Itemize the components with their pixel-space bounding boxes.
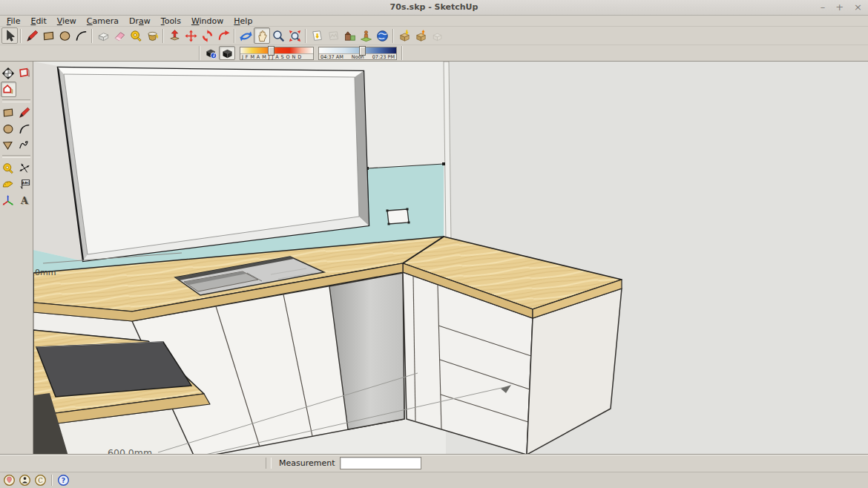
shadow-settings-icon <box>204 46 218 60</box>
photo-textures-button[interactable] <box>341 27 358 44</box>
3d-text-button[interactable] <box>17 193 33 208</box>
google-earth-button[interactable] <box>374 27 390 44</box>
toggle-shadows-button[interactable] <box>219 46 235 60</box>
compass-tool-button[interactable] <box>1 65 16 81</box>
section-cut-button[interactable] <box>1 82 16 97</box>
title-bar[interactable]: 70s.skp - SketchUp – + × <box>0 0 868 16</box>
arc-tool-button[interactable] <box>17 121 33 136</box>
share-component-button[interactable] <box>429 27 445 44</box>
add-location-button[interactable] <box>309 27 325 44</box>
help-button[interactable] <box>56 473 70 487</box>
geolocation-status-button[interactable] <box>2 473 16 487</box>
maximize-button[interactable]: + <box>835 0 844 15</box>
menu-item-help[interactable]: Help <box>228 16 257 26</box>
toolbar-separator <box>162 29 164 43</box>
zoom-extents-icon <box>288 29 302 43</box>
share-model-button[interactable] <box>412 27 429 44</box>
select-tool-button[interactable] <box>1 27 18 44</box>
menu-item-camera[interactable]: Camera <box>82 16 124 26</box>
menu-item-tools[interactable]: Tools <box>156 16 186 26</box>
orbit-icon <box>239 29 253 43</box>
statusbar-grip[interactable] <box>266 458 272 469</box>
toolbar-separator <box>392 29 394 43</box>
component-box-icon <box>96 29 111 43</box>
date-gradient <box>240 47 313 54</box>
menu-item-edit[interactable]: Edit <box>25 16 51 26</box>
download-model-button[interactable] <box>396 27 412 44</box>
text-tool-button[interactable] <box>17 177 33 192</box>
shadow-date-slider[interactable]: J F M A M J J A S O N D <box>240 47 314 60</box>
rectangle-tool-button[interactable] <box>40 27 56 44</box>
kitchen-model-scene: 0mm 600.0mm <box>33 62 868 454</box>
make-component-button[interactable] <box>95 27 111 44</box>
axes-icon <box>1 194 15 208</box>
empty-slot <box>17 82 33 97</box>
freehand-tool-button[interactable] <box>17 137 33 153</box>
toolbar-separator <box>91 29 93 43</box>
polygon-tool-button[interactable] <box>1 137 16 153</box>
palette-separator <box>2 99 30 102</box>
rectangle-icon <box>1 106 15 119</box>
zoom-tool-button[interactable] <box>270 27 286 44</box>
arc-icon <box>74 29 88 43</box>
get-models-button[interactable] <box>358 27 374 44</box>
paint-bucket-button[interactable] <box>144 27 160 44</box>
menu-item-view[interactable]: View <box>52 16 82 26</box>
tape-measure-icon <box>1 162 15 175</box>
minimize-button[interactable]: – <box>821 0 826 15</box>
time-slider-thumb[interactable] <box>359 46 366 56</box>
circle-tool-button[interactable] <box>1 121 16 136</box>
building-photo-icon <box>343 29 357 43</box>
window <box>58 67 369 261</box>
rectangle-icon <box>42 29 56 43</box>
dimension-icon <box>18 162 31 175</box>
dimension-label-bottom: 600.0mm <box>108 447 152 454</box>
menu-item-file[interactable]: File <box>1 16 25 26</box>
zoom-extents-button[interactable] <box>286 27 303 44</box>
help-icon <box>57 474 70 487</box>
menu-item-draw[interactable]: Draw <box>124 16 156 26</box>
menubar: FileEditViewCameraDrawToolsWindowHelp <box>0 16 868 27</box>
line-tool-button[interactable] <box>24 27 40 44</box>
orbit-tool-button[interactable] <box>237 27 254 44</box>
push-pull-button[interactable] <box>166 27 183 44</box>
close-button[interactable]: × <box>854 0 862 15</box>
time-label-end: 07:23 PM <box>372 54 395 60</box>
move-arrows-icon <box>184 29 198 43</box>
person-icon <box>19 474 31 487</box>
wall-outlet <box>387 208 410 225</box>
rotate-tool-button[interactable] <box>199 27 215 44</box>
date-slider-thumb[interactable] <box>268 46 274 56</box>
copyright-status-button[interactable] <box>33 473 47 487</box>
pan-tool-button[interactable] <box>254 27 270 44</box>
section-plane-button[interactable] <box>17 65 33 81</box>
shadow-settings-button[interactable] <box>203 46 219 60</box>
axes-tool-button[interactable] <box>1 193 16 208</box>
protractor-tool-button[interactable] <box>1 177 16 192</box>
rectangle-tool-button[interactable] <box>1 105 16 120</box>
paint-bucket-icon <box>145 29 160 43</box>
dimension-tool-button[interactable] <box>17 160 33 176</box>
add-location-icon <box>310 29 324 43</box>
credits-status-button[interactable] <box>18 473 32 487</box>
tape-measure-icon <box>129 29 143 43</box>
follow-me-button[interactable] <box>215 27 231 44</box>
move-tool-button[interactable] <box>183 27 199 44</box>
section-plane-icon <box>18 67 31 80</box>
date-tick-labels: J F M A M J J A S O N D <box>240 54 313 60</box>
bottom-status-strip <box>0 472 868 488</box>
eraser-tool-button[interactable] <box>111 27 128 44</box>
model-viewport[interactable]: 0mm 600.0mm <box>33 62 868 454</box>
tape-measure-button[interactable] <box>128 27 144 44</box>
menu-item-window[interactable]: Window <box>186 16 228 26</box>
line-tool-button[interactable] <box>17 105 33 120</box>
measurement-input[interactable] <box>340 457 421 469</box>
circle-tool-button[interactable] <box>56 27 73 44</box>
tape-measure-button[interactable] <box>1 160 16 176</box>
globe-icon <box>375 29 389 43</box>
shadow-time-slider[interactable]: 04:37 AM Noon 07:23 PM <box>318 47 397 60</box>
window-title: 70s.skp - SketchUp <box>0 2 868 12</box>
arc-icon <box>18 122 31 136</box>
toggle-terrain-button[interactable] <box>325 27 341 44</box>
arc-tool-button[interactable] <box>73 27 89 44</box>
